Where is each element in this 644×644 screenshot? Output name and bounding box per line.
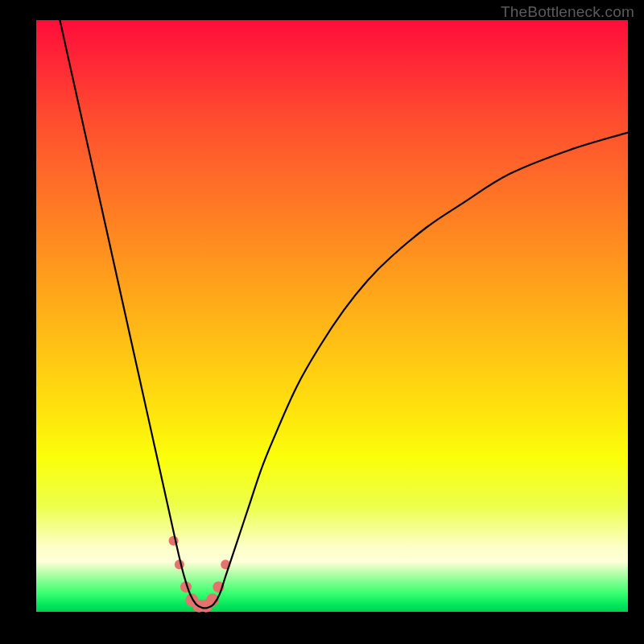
bottleneck-curve-path	[60, 20, 628, 608]
watermark-text: TheBottleneck.com	[501, 3, 634, 21]
chart-frame: TheBottleneck.com	[0, 0, 644, 644]
chart-svg	[36, 20, 628, 612]
